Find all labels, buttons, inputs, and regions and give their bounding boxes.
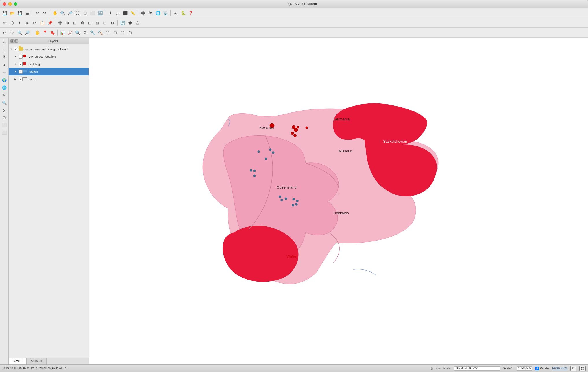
tool-v[interactable]: V xyxy=(1,92,8,98)
tb-zoom-next[interactable]: 🔎 xyxy=(24,29,31,36)
tb-plugin6[interactable]: ⬡ xyxy=(127,29,134,36)
tb-plugin5[interactable]: ⬡ xyxy=(119,29,126,36)
extent-button[interactable]: ⬚ xyxy=(579,366,586,371)
tb-add-feat[interactable]: ➕ xyxy=(56,19,63,26)
tb-node[interactable]: ⬡ xyxy=(9,19,16,26)
tb-redo[interactable]: ↪ xyxy=(41,10,48,16)
layer-item-building[interactable]: ▼ building xyxy=(9,60,89,68)
layer-item-vw-select[interactable]: ▼ vw_select_location xyxy=(9,53,89,60)
layer-label-vw-select: vw_select_location xyxy=(29,55,88,58)
tool-expr[interactable]: ∑ xyxy=(1,107,8,114)
tb-plugin2[interactable]: 🔨 xyxy=(97,29,103,36)
tb-plugin4[interactable]: ⬡ xyxy=(112,29,119,36)
tb-rotate[interactable]: 🔄 xyxy=(119,19,126,26)
tb-refresh[interactable]: 🔄 xyxy=(97,10,103,16)
tb-save[interactable]: 💾 xyxy=(1,10,8,16)
panel-close-btn[interactable]: ✕ xyxy=(10,39,14,43)
tb-python[interactable]: 🐍 xyxy=(180,10,186,16)
tb-merge[interactable]: ⊠ xyxy=(94,19,101,26)
layer-item-road[interactable]: ▶ road xyxy=(9,75,89,83)
tb-zoom-in[interactable]: 🔍 xyxy=(59,10,66,16)
tb-pinmap[interactable]: 📍 xyxy=(41,29,48,36)
tb-move[interactable]: ✦ xyxy=(16,19,23,26)
tb-bookmark[interactable]: 🔖 xyxy=(49,29,56,36)
tb-cut[interactable]: ✂ xyxy=(31,19,38,26)
tool-search[interactable]: 🔍 xyxy=(1,99,8,106)
tb-delete-sel[interactable]: ⊗ xyxy=(24,19,31,26)
tb-deselect[interactable]: ⬛ xyxy=(122,10,129,16)
tb-del-ring[interactable]: ⊖ xyxy=(101,19,108,26)
layer-checkbox-vw-select[interactable] xyxy=(19,55,23,59)
tb-pencil[interactable]: ✏ xyxy=(1,19,8,26)
tool-layers[interactable]: ☰ xyxy=(1,46,8,53)
layer-checkbox-region[interactable] xyxy=(19,70,23,74)
tool-db[interactable]: 🗄 xyxy=(1,54,8,61)
tb-zoom-out[interactable]: 🔎 xyxy=(66,10,73,16)
tool-fav[interactable]: ★ xyxy=(1,62,8,68)
tb-copy[interactable]: 📋 xyxy=(39,19,46,26)
tb-label[interactable]: A xyxy=(172,10,179,16)
tb-add-wfs[interactable]: 📡 xyxy=(162,10,169,16)
tab-browser[interactable]: Browser xyxy=(27,358,47,364)
tb-help[interactable]: ❓ xyxy=(187,10,194,16)
tb-back-extent[interactable]: ↩ xyxy=(1,29,8,36)
crs-label[interactable]: EPSG:4326 xyxy=(552,367,567,370)
tb-add-wms[interactable]: 🌐 xyxy=(154,10,161,16)
tool-redrect[interactable]: ⬜ xyxy=(1,129,8,136)
tb-attr-table[interactable]: 📊 xyxy=(59,29,66,36)
tb-print[interactable]: 🖨 xyxy=(24,10,31,16)
tb-select[interactable]: ⬚ xyxy=(114,10,121,16)
close-button[interactable] xyxy=(3,2,6,6)
tb-offset[interactable]: ⬠ xyxy=(134,19,141,26)
tool-cursor[interactable]: ⊹ xyxy=(1,39,8,46)
tab-layers[interactable]: Layers xyxy=(9,358,27,364)
tb-plugin1[interactable]: 🔧 xyxy=(89,29,96,36)
tb-layer-prop[interactable]: ⚙ xyxy=(82,29,88,36)
tb-reshape[interactable]: ⟰ xyxy=(79,19,86,26)
tool-glob2[interactable]: 🌐 xyxy=(1,84,8,91)
tool-snapping[interactable]: ⬡ xyxy=(1,114,8,121)
tb-add-layer[interactable]: ➕ xyxy=(139,10,146,16)
render-checkbox[interactable] xyxy=(535,367,539,370)
label-wales: Wales xyxy=(286,254,297,258)
tb-zoom-last[interactable]: 🔍 xyxy=(16,29,23,36)
layer-checkbox-road[interactable] xyxy=(19,77,23,81)
layer-checkbox-building[interactable] xyxy=(19,62,23,66)
tb-panmap[interactable]: 🖐 xyxy=(34,29,41,36)
tool-glob[interactable]: 🌍 xyxy=(1,77,8,83)
tool-edit[interactable]: ✏ xyxy=(1,69,8,76)
layer-item-region[interactable]: ▼ region xyxy=(9,68,89,75)
tb-add-ring[interactable]: ⊕ xyxy=(64,19,71,26)
tb-stat[interactable]: 📈 xyxy=(66,29,73,36)
tb-split[interactable]: ⊟ xyxy=(86,19,93,26)
svg-point-15 xyxy=(280,199,283,201)
render-toggle[interactable]: Render xyxy=(535,367,549,370)
tb-add-raster[interactable]: 🗺 xyxy=(147,10,154,16)
toolbar-sep-7 xyxy=(117,20,118,26)
tb-pan[interactable]: ✋ xyxy=(51,10,58,16)
tb-identify[interactable]: ℹ xyxy=(107,10,114,16)
tb-fwd-extent[interactable]: ↪ xyxy=(9,29,16,36)
tb-del-part[interactable]: ⊗ xyxy=(109,19,116,26)
panel-float-btn[interactable]: ⊡ xyxy=(14,39,18,43)
tb-undo[interactable]: ↩ xyxy=(34,10,41,16)
tool-rect[interactable]: ⬜ xyxy=(1,122,8,129)
tb-search[interactable]: 🔍 xyxy=(74,29,81,36)
layer-checkbox-vw-regions[interactable] xyxy=(14,47,18,51)
tb-paste[interactable]: 📌 xyxy=(46,19,53,26)
minimize-button[interactable] xyxy=(8,2,12,6)
tb-simplify[interactable]: ⬟ xyxy=(127,19,134,26)
tb-measure[interactable]: 📏 xyxy=(129,10,136,16)
tb-zoom-layer[interactable]: ⬡ xyxy=(82,10,88,16)
tb-zoom-full[interactable]: ⛶ xyxy=(74,10,81,16)
statusbar: 1619011.83,6936223.12 : 1626836.32,69412… xyxy=(0,364,588,372)
tb-add-part[interactable]: ⊞ xyxy=(71,19,78,26)
tb-plugin3[interactable]: ⬡ xyxy=(104,29,111,36)
map-area[interactable]: Germania KwaZulu Missouri Saskatchewan Q… xyxy=(89,38,588,364)
tb-save2[interactable]: 💾 xyxy=(16,10,23,16)
layer-item-vw-regions[interactable]: ▼ vw_regions_adjoining_hokkaido xyxy=(9,45,89,53)
maximize-button[interactable] xyxy=(14,2,17,6)
rotation-button[interactable]: ↻ xyxy=(570,366,576,371)
tb-open[interactable]: 📂 xyxy=(9,10,16,16)
tb-zoom-sel[interactable]: ⬜ xyxy=(89,10,96,16)
